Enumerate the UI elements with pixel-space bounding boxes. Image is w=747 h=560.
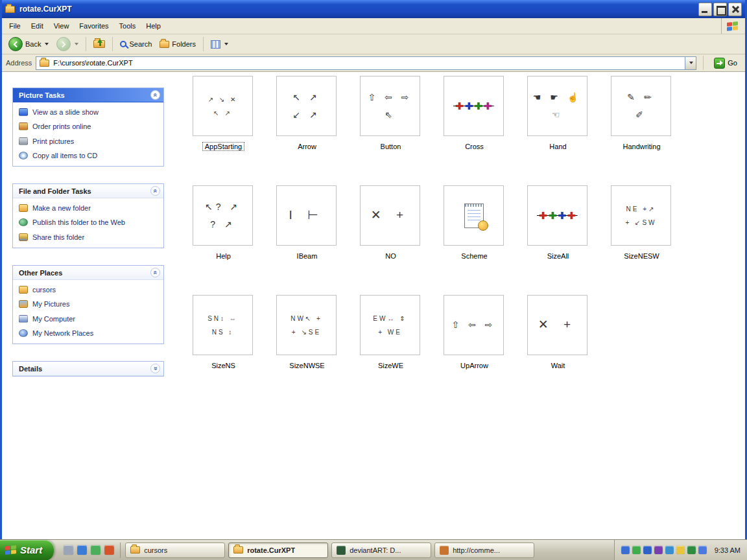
task-item-view-as-a-slide-show[interactable]: View as a slide show (19, 108, 160, 117)
sidebar: Picture TasksView as a slide showOrder p… (2, 72, 172, 539)
task-button-label: cursors (144, 546, 167, 554)
address-dropdown-button[interactable] (685, 57, 696, 69)
file-item-sizens[interactable]: SN↕ ⇔ NS ↕SizeNS (193, 295, 254, 371)
start-button[interactable]: Start (0, 540, 54, 560)
toolbar-separator (203, 37, 204, 51)
file-item-uparrow[interactable]: ⇧ ⇦ ⇨UpArrow (444, 295, 505, 371)
address-label: Address (6, 59, 32, 67)
file-label-row: Hand (527, 140, 589, 152)
star-glyph: ✚ (475, 100, 483, 112)
file-item-no[interactable]: ✕ +NO (360, 185, 421, 261)
folder-icon (130, 546, 140, 554)
go-label: Go (728, 59, 737, 67)
task-buttons: cursorsrotate.CurXPTdeviantART: D...http… (121, 542, 613, 558)
restore-button[interactable] (713, 3, 727, 16)
views-button[interactable] (208, 39, 231, 50)
panel-header[interactable]: Other Places (13, 266, 163, 280)
close-button[interactable] (728, 3, 742, 16)
file-item-sizenesw[interactable]: NE +↗ + ↙SWSizeNESW (611, 185, 672, 261)
chevron-icon[interactable] (150, 364, 160, 373)
chevron-icon[interactable] (150, 90, 160, 100)
tray-app-7-icon[interactable] (687, 546, 696, 554)
forward-button[interactable] (53, 36, 82, 52)
task-item-cursors[interactable]: cursors (19, 285, 160, 294)
views-icon (211, 40, 220, 49)
file-item-button[interactable]: ⇧ ⇦ ⇨ ⇖Button (360, 76, 421, 152)
menu-help[interactable]: Help (141, 20, 166, 32)
task-label: My Network Places (32, 329, 93, 338)
task-item-order-prints-online[interactable]: Order prints online (19, 122, 160, 131)
minimize-button[interactable] (698, 3, 712, 16)
tray-app-4-icon[interactable] (654, 546, 663, 554)
file-item-ibeam[interactable]: I ⊢IBeam (276, 185, 338, 261)
file-label: Cross (462, 142, 486, 151)
back-dropdown-icon[interactable] (45, 43, 49, 45)
tray-app-6-icon[interactable] (676, 546, 685, 554)
back-label: Back (25, 40, 41, 48)
tray-app-2-icon[interactable] (632, 546, 641, 554)
menu-edit[interactable]: Edit (26, 20, 49, 32)
file-item-help[interactable]: ↖? ↗ ? ↗Help (193, 185, 254, 261)
file-item-cross[interactable]: ✚✚✚✚Cross (444, 76, 505, 152)
title-bar: rotate.CurXPT (2, 0, 745, 18)
panel-header[interactable]: File and Folder Tasks (13, 184, 163, 198)
taskbar-button-rotate-curxpt[interactable]: rotate.CurXPT (228, 542, 328, 558)
task-item-make-a-new-folder[interactable]: Make a new folder (19, 204, 160, 213)
task-item-share-this-folder[interactable]: Share this folder (19, 233, 160, 242)
tray-app-1-icon[interactable] (621, 546, 630, 554)
folders-button[interactable]: Folders (156, 39, 199, 49)
chevron-icon[interactable] (150, 186, 160, 196)
slideshow-icon (19, 108, 28, 116)
tray-app-5-icon[interactable] (665, 546, 674, 554)
chevron-icon[interactable] (150, 268, 160, 277)
file-item-sizenwse[interactable]: NW↖ + + ↘SESizeNWSE (276, 295, 338, 371)
file-item-appstarting[interactable]: ↗ ↘ ✕ ↖ ↗AppStarting (193, 76, 254, 152)
taskbar-button-deviantart-d[interactable]: deviantART: D... (331, 542, 431, 558)
file-item-sizeall[interactable]: ✚✚✚✚SizeAll (527, 185, 589, 261)
file-item-handwriting[interactable]: ✎ ✏ ✐Handwriting (611, 76, 672, 152)
file-label: NO (383, 251, 399, 261)
cursor-preview: ↗ ↘ ✕ ↖ ↗ (208, 93, 238, 120)
up-button[interactable] (90, 39, 108, 49)
internet-explorer-icon[interactable] (77, 545, 87, 555)
file-item-hand[interactable]: ☚ ☛ ☝ ☜Hand (527, 76, 589, 152)
file-item-sizewe[interactable]: EW↔ ⇕ + WESizeWE (360, 295, 421, 371)
tray-app-3-icon[interactable] (643, 546, 652, 554)
task-item-copy-all-items-to-cd[interactable]: Copy all items to CD (19, 151, 160, 160)
firefox-icon[interactable] (104, 545, 114, 555)
panel-header[interactable]: Picture Tasks (13, 88, 163, 102)
cursor-stars-preview: ✚✚✚✚ (537, 210, 577, 222)
menu-tools[interactable]: Tools (114, 20, 141, 32)
panel-header[interactable]: Details (13, 362, 163, 376)
back-button[interactable]: Back (5, 36, 52, 52)
task-item-publish-this-folder-to-the-web[interactable]: Publish this folder to the Web (19, 218, 160, 227)
media-player-icon[interactable] (91, 545, 101, 555)
file-item-scheme[interactable]: Scheme (444, 185, 505, 261)
file-item-wait[interactable]: ✕ +Wait (527, 295, 589, 371)
views-dropdown-icon[interactable] (224, 43, 228, 45)
file-thumbnail: ☚ ☛ ☝ ☜ (527, 76, 587, 136)
task-label: Share this folder (32, 233, 84, 242)
forward-arrow-icon (56, 37, 71, 51)
taskbar-button-cursors[interactable]: cursors (125, 542, 225, 558)
task-item-my-network-places[interactable]: My Network Places (19, 329, 160, 338)
menu-favorites[interactable]: Favorites (74, 20, 113, 32)
tray-app-8-icon[interactable] (698, 546, 707, 554)
taskbar-button-http-comme[interactable]: http://comme... (434, 542, 534, 558)
file-label-row: Help (193, 250, 254, 261)
task-item-my-computer[interactable]: My Computer (19, 314, 160, 323)
task-panel-other-places: Other PlacescursorsMy PicturesMy Compute… (12, 265, 164, 344)
file-item-arrow[interactable]: ↖ ↗ ↙ ↗Arrow (276, 76, 338, 152)
task-label: My Pictures (32, 299, 69, 309)
scheme-file-icon (464, 204, 484, 228)
task-item-my-pictures[interactable]: My Pictures (19, 299, 160, 309)
go-button[interactable]: Go (710, 58, 741, 69)
task-label: Publish this folder to the Web (32, 218, 125, 227)
menu-view[interactable]: View (49, 20, 75, 32)
forward-dropdown-icon[interactable] (75, 43, 78, 45)
task-item-print-pictures[interactable]: Print pictures (19, 137, 160, 146)
address-input[interactable] (36, 56, 696, 70)
menu-file[interactable]: File (4, 20, 26, 32)
search-button[interactable]: Search (117, 39, 155, 49)
launch-app-icon[interactable] (64, 545, 73, 555)
